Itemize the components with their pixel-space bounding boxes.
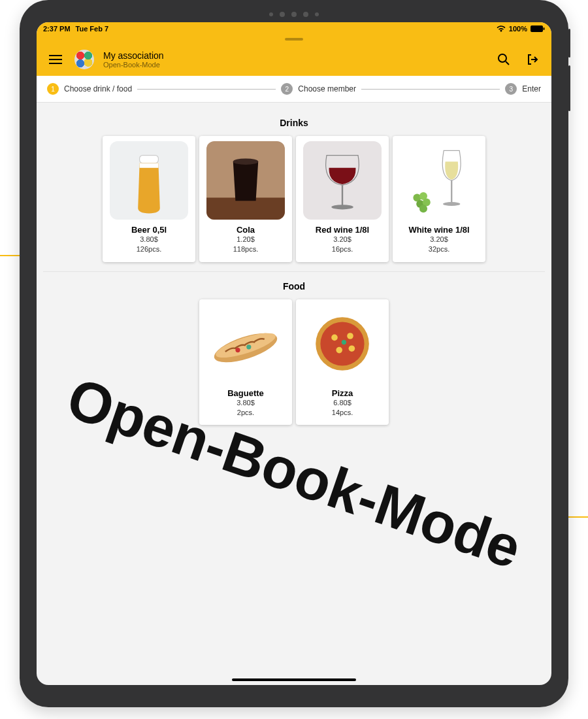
product-name: Red wine 1/8l xyxy=(300,225,385,235)
svg-point-27 xyxy=(336,346,342,353)
camera-cluster xyxy=(269,12,319,17)
home-indicator[interactable] xyxy=(232,678,356,681)
svg-point-2 xyxy=(498,54,506,62)
step-2-badge: 2 xyxy=(281,83,293,95)
baguette-icon xyxy=(206,305,285,383)
step-1-label: Choose drink / food xyxy=(64,84,132,93)
stepper-line xyxy=(137,89,276,90)
red-wine-icon xyxy=(303,141,382,220)
svg-line-3 xyxy=(506,61,509,65)
app-title: My association xyxy=(103,50,164,61)
food-grid: Baguette 3.80$ 2pcs. Pizza 6.80$ 14pcs. xyxy=(43,299,545,426)
svg-rect-1 xyxy=(544,27,545,30)
app-subtitle: Open-Book-Mode xyxy=(103,61,164,69)
svg-point-25 xyxy=(331,334,338,341)
wifi-icon xyxy=(497,25,506,32)
step-3[interactable]: 3 Enter xyxy=(505,83,541,95)
search-button[interactable] xyxy=(494,50,514,69)
product-stock: 32pcs. xyxy=(397,244,482,254)
step-2[interactable]: 2 Choose member xyxy=(281,83,356,95)
product-price: 3.20$ xyxy=(300,235,385,244)
cola-icon xyxy=(206,141,285,220)
svg-point-26 xyxy=(347,333,353,339)
logout-button[interactable] xyxy=(523,50,542,69)
product-price: 3.80$ xyxy=(106,235,191,244)
tablet-frame: 2:37 PM Tue Feb 7 100% My association xyxy=(20,0,568,707)
svg-rect-5 xyxy=(140,163,159,168)
svg-point-13 xyxy=(443,202,460,206)
product-name: Beer 0,5l xyxy=(106,225,191,235)
svg-point-8 xyxy=(233,158,258,165)
screen: 2:37 PM Tue Feb 7 100% My association xyxy=(37,22,551,685)
product-card-cola[interactable]: Cola 1.20$ 118pcs. xyxy=(199,136,292,262)
stepper-line xyxy=(361,89,500,90)
step-1[interactable]: 1 Choose drink / food xyxy=(47,83,132,95)
product-card-white-wine[interactable]: White wine 1/8l 3.20$ 32pcs. xyxy=(393,136,485,262)
product-stock: 118pcs. xyxy=(203,244,288,254)
app-bar: My association Open-Book-Mode xyxy=(37,43,551,76)
step-1-badge: 1 xyxy=(47,83,59,95)
product-card-red-wine[interactable]: Red wine 1/8l 3.20$ 16pcs. xyxy=(296,136,389,262)
svg-point-21 xyxy=(235,348,240,352)
white-wine-icon xyxy=(400,141,478,220)
product-price: 1.20$ xyxy=(203,235,288,244)
svg-point-29 xyxy=(342,340,346,344)
food-heading: Food xyxy=(43,281,545,292)
beer-icon xyxy=(110,141,188,220)
content: Drinks Beer 0,5l 3.80$ 126pcs. Cola 1.20… xyxy=(37,102,551,437)
product-name: Baguette xyxy=(203,388,288,398)
pizza-icon xyxy=(303,305,382,383)
svg-point-28 xyxy=(349,345,355,352)
multitask-grabber[interactable] xyxy=(37,35,551,43)
product-card-pizza[interactable]: Pizza 6.80$ 14pcs. xyxy=(296,299,389,426)
product-stock: 14pcs. xyxy=(300,408,385,418)
status-bar: 2:37 PM Tue Feb 7 100% xyxy=(37,22,551,35)
product-name: Cola xyxy=(203,225,288,235)
avatar[interactable] xyxy=(74,50,94,69)
product-card-baguette[interactable]: Baguette 3.80$ 2pcs. xyxy=(199,299,292,426)
status-time: 2:37 PM xyxy=(43,25,71,33)
product-price: 3.80$ xyxy=(203,398,288,408)
svg-point-22 xyxy=(246,344,251,349)
step-3-badge: 3 xyxy=(505,83,517,95)
product-price: 3.20$ xyxy=(397,235,482,244)
svg-rect-4 xyxy=(140,156,159,163)
section-divider xyxy=(43,271,545,272)
step-3-label: Enter xyxy=(522,84,541,93)
product-name: Pizza xyxy=(300,388,385,398)
product-name: White wine 1/8l xyxy=(397,225,482,235)
product-stock: 2pcs. xyxy=(203,408,288,418)
product-stock: 126pcs. xyxy=(106,244,191,254)
svg-point-18 xyxy=(419,205,427,212)
battery-icon xyxy=(531,25,545,32)
drinks-heading: Drinks xyxy=(43,118,545,128)
menu-button[interactable] xyxy=(46,50,65,69)
title-block: My association Open-Book-Mode xyxy=(103,50,164,69)
product-card-beer[interactable]: Beer 0,5l 3.80$ 126pcs. xyxy=(103,136,195,262)
svg-rect-0 xyxy=(531,25,543,32)
product-stock: 16pcs. xyxy=(300,244,385,254)
step-2-label: Choose member xyxy=(298,84,356,93)
svg-point-11 xyxy=(331,205,353,209)
status-date: Tue Feb 7 xyxy=(76,25,109,33)
product-price: 6.80$ xyxy=(300,398,385,408)
stepper: 1 Choose drink / food 2 Choose member 3 … xyxy=(37,76,551,102)
svg-rect-7 xyxy=(206,197,285,220)
status-battery-pct: 100% xyxy=(509,25,527,33)
drinks-grid: Beer 0,5l 3.80$ 126pcs. Cola 1.20$ 118pc… xyxy=(43,136,545,262)
